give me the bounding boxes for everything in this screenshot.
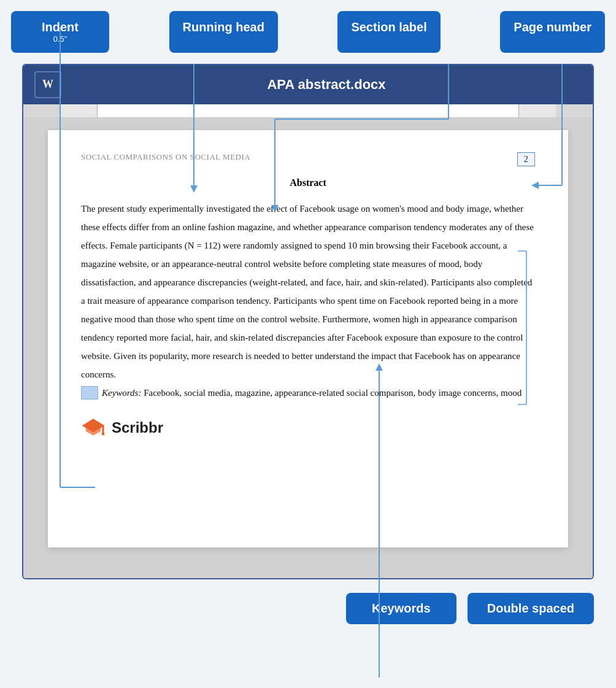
page-number-box: 2 [517, 152, 536, 166]
doc-page-area: SOCIAL COMPARISONS ON SOCIAL MEDIA 2 Abs… [23, 118, 593, 578]
indent-sub-text: 0.5" [25, 34, 96, 44]
section-label-text: Section label [351, 20, 426, 34]
keywords-value: Facebook, social media, magazine, appear… [144, 388, 522, 398]
top-labels-row: Indent 0.5" Running head Section label P… [0, 0, 616, 53]
abstract-heading: Abstract [81, 177, 535, 188]
double-spaced-button[interactable]: Double spaced [468, 593, 594, 624]
scribbr-icon [81, 417, 106, 439]
running-head-text: SOCIAL COMPARISONS ON SOCIAL MEDIA [81, 152, 250, 162]
running-head-label: Running head [169, 11, 278, 53]
keywords-text: Keywords: Facebook, social media, magazi… [102, 384, 535, 402]
page-number-label: Page number [500, 11, 605, 53]
doc-header: SOCIAL COMPARISONS ON SOCIAL MEDIA 2 [81, 152, 535, 166]
ruler-inner [97, 104, 519, 117]
keywords-btn-text: Keywords [372, 601, 431, 615]
keywords-button[interactable]: Keywords [346, 593, 456, 624]
running-head-label-text: Running head [183, 20, 264, 34]
svg-rect-2 [102, 425, 104, 433]
bottom-section: Keywords Double spaced [0, 579, 616, 635]
ruler [23, 104, 593, 118]
keywords-label: Keywords: [102, 388, 141, 398]
svg-point-3 [102, 432, 105, 435]
indent-label-text: Indent [42, 20, 79, 34]
document-container: W APA abstract.docx [22, 64, 594, 579]
keywords-indent-box [81, 386, 98, 400]
section-label-label: Section label [337, 11, 440, 53]
abstract-body: The present study experimentally investi… [81, 199, 535, 384]
scribbr-text: Scribbr [112, 419, 163, 436]
page-number-label-text: Page number [514, 20, 591, 34]
scribbr-area: Scribbr [81, 417, 535, 439]
doc-title: APA abstract.docx [71, 77, 582, 93]
bottom-labels-row: Keywords Double spaced [11, 579, 605, 635]
keywords-line: Keywords: Facebook, social media, magazi… [81, 384, 535, 402]
indent-label: Indent 0.5" [11, 11, 109, 53]
abstract-body-text: The present study experimentally investi… [81, 199, 535, 384]
word-icon: W [34, 71, 61, 98]
doc-page: SOCIAL COMPARISONS ON SOCIAL MEDIA 2 Abs… [48, 130, 568, 547]
double-spaced-btn-text: Double spaced [487, 601, 574, 615]
doc-titlebar: W APA abstract.docx [23, 65, 593, 104]
